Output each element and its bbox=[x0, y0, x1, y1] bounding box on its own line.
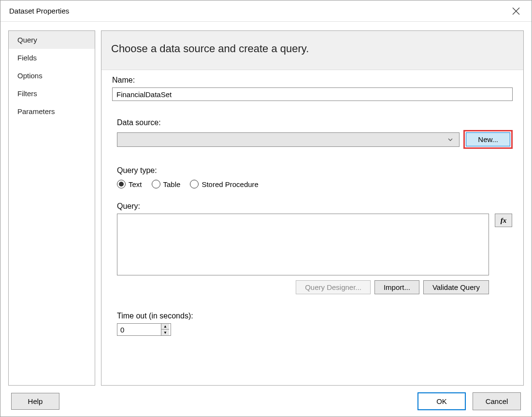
querytype-label: Query type: bbox=[117, 166, 513, 175]
close-button[interactable] bbox=[507, 2, 525, 20]
spinner-down-button[interactable]: ▼ bbox=[161, 330, 169, 335]
chevron-down-icon bbox=[447, 137, 453, 143]
datasource-label: Data source: bbox=[117, 118, 513, 127]
radio-icon bbox=[117, 180, 126, 188]
sidebar: Query Fields Options Filters Parameters bbox=[8, 30, 95, 386]
radio-label: Stored Procedure bbox=[201, 180, 259, 188]
radio-label: Table bbox=[163, 180, 181, 188]
title-bar: Dataset Properties bbox=[0, 0, 532, 22]
querytype-group: Query type: Text Table Stored Procedure bbox=[117, 166, 513, 188]
sidebar-item-filters[interactable]: Filters bbox=[9, 85, 95, 102]
spinner-up-button[interactable]: ▲ bbox=[161, 324, 169, 330]
query-label: Query: bbox=[117, 202, 513, 211]
sidebar-item-label: Query bbox=[17, 36, 37, 44]
timeout-input[interactable] bbox=[117, 324, 161, 335]
sidebar-item-label: Fields bbox=[17, 54, 37, 62]
radio-label: Text bbox=[129, 180, 142, 188]
timeout-label: Time out (in seconds): bbox=[117, 312, 513, 320]
window-body: Query Fields Options Filters Parameters … bbox=[0, 22, 532, 386]
fx-button[interactable]: fx bbox=[495, 214, 512, 227]
fx-icon: fx bbox=[501, 216, 507, 225]
name-group: Name: bbox=[112, 76, 513, 101]
close-icon bbox=[512, 7, 520, 15]
radio-table[interactable]: Table bbox=[152, 180, 181, 188]
footer: Help OK Cancel bbox=[0, 386, 532, 417]
panel-heading: Choose a data source and create a query. bbox=[101, 31, 523, 70]
sidebar-item-parameters[interactable]: Parameters bbox=[9, 102, 95, 120]
name-input[interactable] bbox=[112, 87, 513, 101]
radio-icon bbox=[190, 180, 199, 188]
sidebar-item-label: Parameters bbox=[17, 107, 55, 115]
query-group: Query: fx Query Designer... Import... Va… bbox=[117, 202, 513, 294]
sidebar-item-label: Filters bbox=[17, 89, 37, 98]
sidebar-item-label: Options bbox=[17, 72, 43, 80]
name-label: Name: bbox=[112, 76, 513, 85]
triangle-down-icon: ▼ bbox=[163, 331, 167, 335]
radio-stored-procedure[interactable]: Stored Procedure bbox=[190, 180, 259, 188]
timeout-group: Time out (in seconds): ▲ ▼ bbox=[117, 312, 513, 336]
help-button[interactable]: Help bbox=[11, 393, 59, 410]
radio-icon bbox=[152, 180, 160, 188]
cancel-button[interactable]: Cancel bbox=[473, 392, 521, 410]
sidebar-item-fields[interactable]: Fields bbox=[9, 49, 95, 67]
main-panel: Choose a data source and create a query.… bbox=[101, 30, 524, 386]
query-textarea[interactable] bbox=[117, 214, 489, 275]
validate-query-button[interactable]: Validate Query bbox=[423, 280, 489, 294]
sidebar-item-options[interactable]: Options bbox=[9, 67, 95, 85]
ok-button[interactable]: OK bbox=[417, 392, 466, 410]
panel-content: Name: Data source: New... bbox=[101, 70, 523, 385]
new-button-highlight: New... bbox=[463, 130, 513, 149]
new-button[interactable]: New... bbox=[466, 132, 510, 146]
radio-text[interactable]: Text bbox=[117, 180, 142, 188]
query-designer-button[interactable]: Query Designer... bbox=[296, 280, 371, 294]
import-button[interactable]: Import... bbox=[374, 280, 419, 294]
triangle-up-icon: ▲ bbox=[163, 324, 167, 329]
datasource-dropdown[interactable] bbox=[117, 132, 460, 147]
window-title: Dataset Properties bbox=[9, 7, 69, 15]
sidebar-item-query[interactable]: Query bbox=[9, 31, 95, 49]
datasource-group: Data source: New... bbox=[117, 118, 513, 149]
